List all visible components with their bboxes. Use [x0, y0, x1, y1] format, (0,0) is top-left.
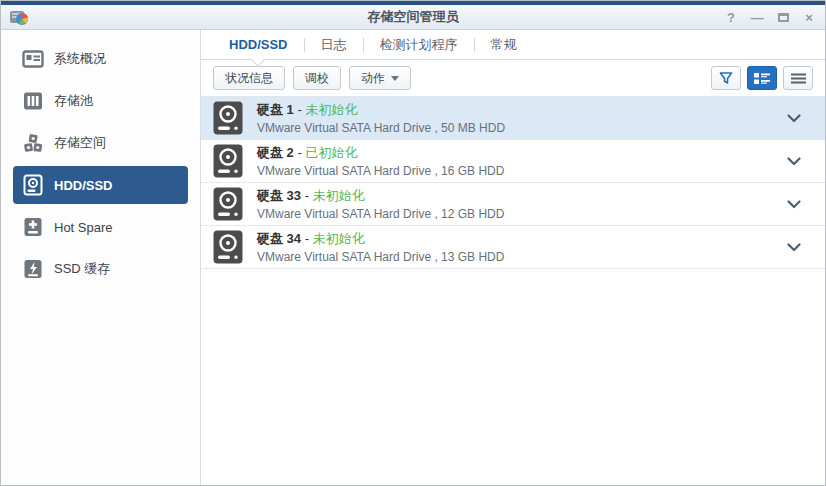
list-view-button[interactable] — [783, 66, 813, 90]
drive-status: 未初始化 — [305, 102, 357, 117]
sidebar-item-label: SSD 缓存 — [54, 260, 110, 278]
hdd-icon — [213, 101, 243, 135]
drive-info: 硬盘 34 - 未初始化 VMware Virtual SATA Hard Dr… — [257, 230, 504, 264]
window-title: 存储空间管理员 — [1, 8, 825, 26]
toolbar-right-group — [711, 66, 813, 90]
sidebar-item-label: 存储空间 — [54, 134, 106, 152]
filter-icon — [719, 71, 733, 85]
help-icon[interactable]: ? — [723, 10, 739, 26]
sidebar-item-hdd-ssd[interactable]: HDD/SSD — [13, 166, 188, 204]
drive-separator: - — [297, 145, 301, 160]
sidebar-item-hot-spare[interactable]: Hot Spare — [13, 208, 188, 246]
chevron-down-icon[interactable] — [787, 114, 801, 123]
tab-test-scheduler[interactable]: 检测计划程序 — [364, 30, 474, 60]
toolbar: 状况信息 调校 动作 — [201, 60, 825, 96]
storage-volume-icon — [22, 132, 44, 154]
storage-manager-app-icon — [9, 8, 29, 26]
hot-spare-icon — [22, 216, 44, 238]
health-info-button[interactable]: 状况信息 — [213, 66, 285, 90]
tab-bar: HDD/SSD 日志 检测计划程序 常规 — [201, 30, 825, 60]
tab-log[interactable]: 日志 — [305, 30, 363, 60]
titlebar: 存储空间管理员 ? — × — [1, 5, 825, 30]
drive-row-4[interactable]: 硬盘 34 - 未初始化 VMware Virtual SATA Hard Dr… — [201, 226, 825, 269]
health-info-label: 状况信息 — [225, 70, 273, 87]
sidebar-item-label: 系统概况 — [54, 50, 106, 68]
drive-description: VMware Virtual SATA Hard Drive , 12 GB H… — [257, 207, 504, 221]
drive-status: 未初始化 — [313, 231, 365, 246]
drive-title: 硬盘 33 - 未初始化 — [257, 187, 504, 205]
detail-view-icon — [754, 72, 770, 85]
maximize-icon[interactable] — [775, 10, 791, 26]
drive-description: VMware Virtual SATA Hard Drive , 16 GB H… — [257, 164, 504, 178]
hdd-icon — [213, 230, 243, 264]
sidebar: 系统概况 存储池 存储空间 — [1, 30, 201, 486]
storage-pool-icon — [22, 90, 44, 112]
action-dropdown-button[interactable]: 动作 — [349, 66, 411, 90]
drive-info: 硬盘 33 - 未初始化 VMware Virtual SATA Hard Dr… — [257, 187, 504, 221]
detail-view-button[interactable] — [747, 66, 777, 90]
drive-name: 硬盘 1 — [257, 102, 294, 117]
drive-description: VMware Virtual SATA Hard Drive , 13 GB H… — [257, 250, 504, 264]
chevron-down-icon[interactable] — [787, 200, 801, 209]
drive-status: 已初始化 — [305, 145, 357, 160]
drive-name: 硬盘 33 — [257, 188, 301, 203]
drive-list: 硬盘 1 - 未初始化 VMware Virtual SATA Hard Dri… — [201, 96, 825, 269]
hdd-ssd-icon — [22, 174, 44, 196]
drive-title: 硬盘 2 - 已初始化 — [257, 144, 504, 162]
chevron-down-icon[interactable] — [787, 243, 801, 252]
sidebar-item-storage-pool[interactable]: 存储池 — [13, 82, 188, 120]
sidebar-item-label: 存储池 — [54, 92, 93, 110]
drive-separator: - — [297, 102, 301, 117]
drive-row-2[interactable]: 硬盘 2 - 已初始化 VMware Virtual SATA Hard Dri… — [201, 140, 825, 183]
drive-name: 硬盘 34 — [257, 231, 301, 246]
main-panel: HDD/SSD 日志 检测计划程序 常规 状况信息 调校 动作 — [201, 30, 825, 486]
drive-info: 硬盘 1 - 未初始化 VMware Virtual SATA Hard Dri… — [257, 101, 505, 135]
sidebar-item-label: HDD/SSD — [54, 178, 113, 193]
hdd-icon — [213, 144, 243, 178]
chevron-down-icon — [391, 76, 399, 81]
drive-name: 硬盘 2 — [257, 145, 294, 160]
benchmark-label: 调校 — [305, 70, 329, 87]
ssd-cache-icon — [22, 258, 44, 280]
hdd-icon — [213, 187, 243, 221]
window-controls: ? — × — [723, 5, 817, 30]
benchmark-button[interactable]: 调校 — [293, 66, 341, 90]
drive-title: 硬盘 1 - 未初始化 — [257, 101, 505, 119]
drive-info: 硬盘 2 - 已初始化 VMware Virtual SATA Hard Dri… — [257, 144, 504, 178]
tab-hdd-ssd[interactable]: HDD/SSD — [213, 30, 304, 60]
maximize-glyph — [778, 13, 789, 22]
storage-manager-window: { "window": { "title": "存储空间管理员", "contr… — [0, 0, 826, 486]
sidebar-item-storage-volume[interactable]: 存储空间 — [13, 124, 188, 162]
chevron-down-icon[interactable] — [787, 157, 801, 166]
drive-description: VMware Virtual SATA Hard Drive , 50 MB H… — [257, 121, 505, 135]
sidebar-item-system-overview[interactable]: 系统概况 — [13, 40, 188, 78]
drive-row-3[interactable]: 硬盘 33 - 未初始化 VMware Virtual SATA Hard Dr… — [201, 183, 825, 226]
minimize-icon[interactable]: — — [749, 10, 765, 26]
drive-separator: - — [305, 188, 309, 203]
list-view-icon — [791, 73, 806, 84]
drive-status: 未初始化 — [313, 188, 365, 203]
drive-title: 硬盘 34 - 未初始化 — [257, 230, 504, 248]
sidebar-item-ssd-cache[interactable]: SSD 缓存 — [13, 250, 188, 288]
drive-row-1[interactable]: 硬盘 1 - 未初始化 VMware Virtual SATA Hard Dri… — [201, 97, 825, 140]
filter-button[interactable] — [711, 66, 741, 90]
tab-general[interactable]: 常规 — [475, 30, 533, 60]
close-icon[interactable]: × — [801, 10, 817, 26]
system-overview-icon — [22, 48, 44, 70]
drive-separator: - — [305, 231, 309, 246]
sidebar-item-label: Hot Spare — [54, 220, 113, 235]
action-label: 动作 — [361, 70, 385, 87]
